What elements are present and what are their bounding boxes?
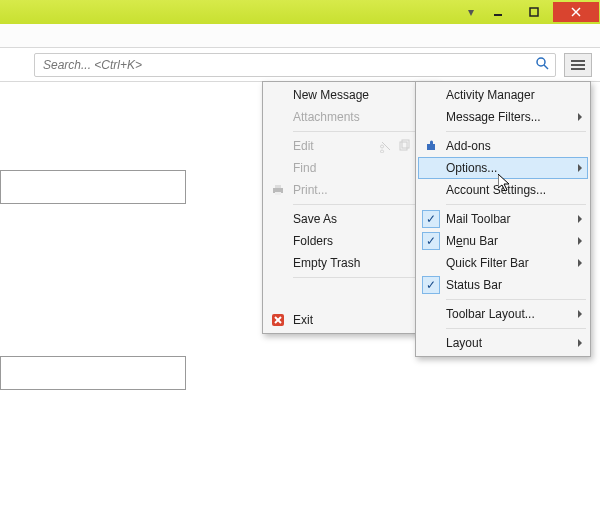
svg-rect-1 (530, 8, 538, 16)
menu-exit[interactable]: Exit (265, 309, 435, 331)
menu-layout[interactable]: Layout (418, 332, 588, 354)
menu-separator (293, 277, 433, 278)
menu-bar-label: Menu Bar (446, 234, 572, 248)
menu-addons[interactable]: Add-ons (418, 135, 588, 157)
menu-new-message[interactable]: New Message (265, 84, 435, 106)
menu-activity-manager[interactable]: Activity Manager (418, 84, 588, 106)
menu-quick-filter-bar[interactable]: Quick Filter Bar (418, 252, 588, 274)
menu-find: Find (265, 157, 435, 179)
chevron-right-icon (578, 310, 582, 318)
svg-rect-12 (275, 192, 281, 195)
menu-attachments: Attachments (265, 106, 435, 128)
menu-separator (446, 204, 586, 205)
titlebar-dropdown-icon[interactable]: ▾ (468, 5, 474, 19)
menu-folders[interactable]: Folders (265, 230, 435, 252)
svg-rect-6 (400, 142, 407, 150)
menu-status-bar[interactable]: ✓ Status Bar (418, 274, 588, 296)
chevron-right-icon (578, 164, 582, 172)
maximize-button[interactable] (517, 2, 551, 22)
hamburger-icon (571, 60, 585, 70)
menu-separator (446, 131, 586, 132)
menu-separator (293, 131, 433, 132)
check-icon: ✓ (422, 276, 440, 294)
close-window-button[interactable] (553, 2, 599, 22)
menu-options[interactable]: Options... (418, 157, 588, 179)
menu-toolbar-layout[interactable]: Toolbar Layout... (418, 303, 588, 325)
puzzle-icon (422, 137, 440, 155)
menu-separator (293, 204, 433, 205)
search-input[interactable] (41, 57, 531, 73)
exit-icon (269, 311, 287, 329)
menu-menu-bar[interactable]: ✓ Menu Bar (418, 230, 588, 252)
svg-rect-7 (402, 140, 409, 148)
global-search[interactable] (34, 53, 556, 77)
content-panel (0, 170, 186, 204)
chevron-right-icon (578, 339, 582, 347)
menu-separator (446, 328, 586, 329)
menu-print: Print... (265, 179, 435, 201)
search-icon[interactable] (535, 56, 549, 73)
copy-icon (397, 139, 411, 153)
menu-edit: Edit (265, 135, 435, 157)
svg-line-5 (544, 65, 548, 69)
check-icon: ✓ (422, 210, 440, 228)
menu-separator (446, 299, 586, 300)
menu-account-settings[interactable]: Account Settings... (418, 179, 588, 201)
content-panel (0, 356, 186, 390)
chevron-right-icon (578, 259, 582, 267)
chevron-right-icon (578, 237, 582, 245)
menu-save-as[interactable]: Save As (265, 208, 435, 230)
title-bar: ▾ (0, 0, 600, 24)
svg-rect-11 (275, 185, 281, 188)
svg-point-4 (537, 58, 545, 66)
check-icon: ✓ (422, 232, 440, 250)
menu-message-filters[interactable]: Message Filters... (418, 106, 588, 128)
chevron-right-icon (578, 113, 582, 121)
minimize-button[interactable] (481, 2, 515, 22)
menu-mail-toolbar[interactable]: ✓ Mail Toolbar (418, 208, 588, 230)
chevron-right-icon (578, 215, 582, 223)
app-menu-button[interactable] (564, 53, 592, 77)
toolbar (0, 48, 600, 82)
cut-icon (379, 139, 393, 153)
menu-empty-trash[interactable]: Empty Trash (265, 252, 435, 274)
app-submenu: Activity Manager Message Filters... Add-… (415, 81, 591, 357)
printer-icon (269, 181, 287, 199)
tab-bar (0, 24, 600, 48)
app-menu: New Message Attachments Edit Find Print.… (262, 81, 438, 334)
